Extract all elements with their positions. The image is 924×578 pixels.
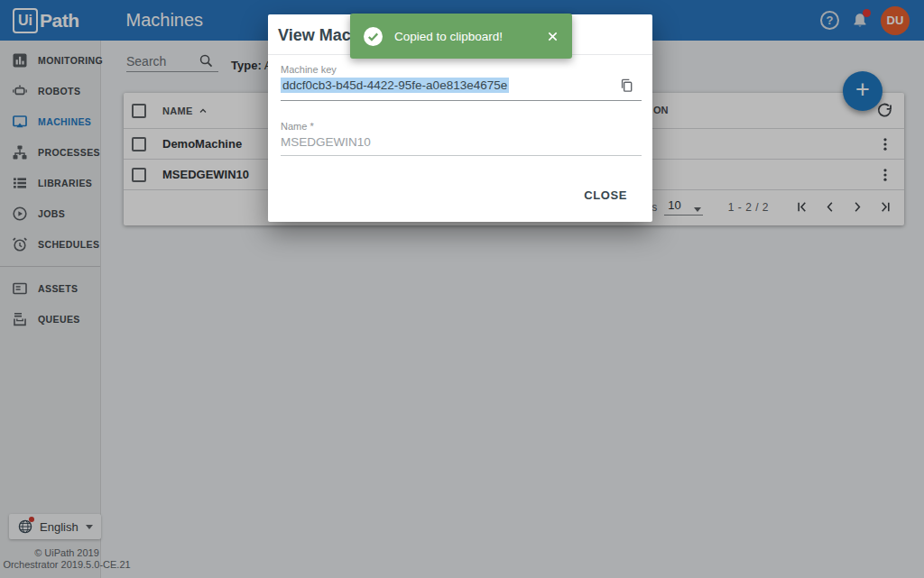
name-field: Name * MSEDGEWIN10 [281, 121, 642, 156]
toast-notification: Copied to clipboard! [350, 14, 572, 59]
close-icon[interactable] [546, 30, 559, 43]
check-circle-icon [363, 26, 383, 47]
name-label: Name * [281, 121, 642, 132]
machine-key-value[interactable]: ddcf0cb3-b45d-4422-95fe-a0e813e4675e [281, 78, 509, 93]
toast-message: Copied to clipboard! [394, 30, 503, 43]
dialog-actions: CLOSE [577, 183, 634, 207]
name-value: MSEDGEWIN10 [281, 135, 642, 156]
dialog-body: Machine key ddcf0cb3-b45d-4422-95fe-a0e8… [268, 55, 652, 156]
machine-key-label: Machine key [281, 64, 642, 75]
copy-icon[interactable] [619, 78, 634, 93]
close-button[interactable]: CLOSE [577, 183, 634, 207]
machine-key-field[interactable]: ddcf0cb3-b45d-4422-95fe-a0e813e4675e [281, 78, 642, 101]
